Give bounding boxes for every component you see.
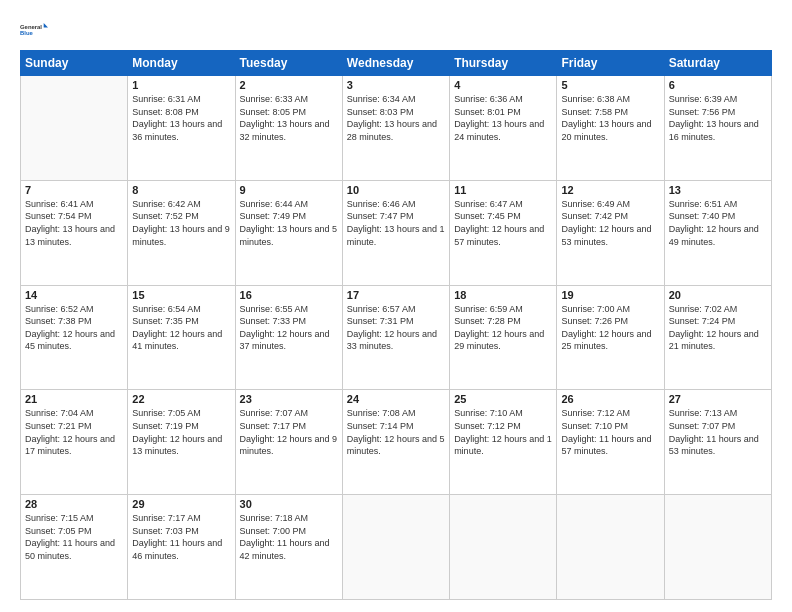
calendar-cell: 14Sunrise: 6:52 AMSunset: 7:38 PMDayligh… (21, 285, 128, 390)
calendar-cell: 30Sunrise: 7:18 AMSunset: 7:00 PMDayligh… (235, 495, 342, 600)
calendar-cell: 19Sunrise: 7:00 AMSunset: 7:26 PMDayligh… (557, 285, 664, 390)
calendar-cell: 28Sunrise: 7:15 AMSunset: 7:05 PMDayligh… (21, 495, 128, 600)
calendar-cell: 26Sunrise: 7:12 AMSunset: 7:10 PMDayligh… (557, 390, 664, 495)
logo-icon: General Blue (20, 18, 48, 40)
cell-info: Sunrise: 7:00 AMSunset: 7:26 PMDaylight:… (561, 303, 659, 353)
calendar-cell: 6Sunrise: 6:39 AMSunset: 7:56 PMDaylight… (664, 76, 771, 181)
calendar-cell: 15Sunrise: 6:54 AMSunset: 7:35 PMDayligh… (128, 285, 235, 390)
calendar-cell (342, 495, 449, 600)
cell-info: Sunrise: 6:41 AMSunset: 7:54 PMDaylight:… (25, 198, 123, 248)
calendar-cell: 8Sunrise: 6:42 AMSunset: 7:52 PMDaylight… (128, 180, 235, 285)
weekday-header-tuesday: Tuesday (235, 51, 342, 76)
cell-info: Sunrise: 6:49 AMSunset: 7:42 PMDaylight:… (561, 198, 659, 248)
logo: General Blue (20, 18, 48, 40)
day-number: 14 (25, 289, 123, 301)
cell-info: Sunrise: 6:59 AMSunset: 7:28 PMDaylight:… (454, 303, 552, 353)
weekday-header-saturday: Saturday (664, 51, 771, 76)
calendar-week-row: 28Sunrise: 7:15 AMSunset: 7:05 PMDayligh… (21, 495, 772, 600)
calendar-cell: 27Sunrise: 7:13 AMSunset: 7:07 PMDayligh… (664, 390, 771, 495)
calendar-week-row: 7Sunrise: 6:41 AMSunset: 7:54 PMDaylight… (21, 180, 772, 285)
day-number: 4 (454, 79, 552, 91)
calendar-cell: 16Sunrise: 6:55 AMSunset: 7:33 PMDayligh… (235, 285, 342, 390)
day-number: 25 (454, 393, 552, 405)
cell-info: Sunrise: 7:12 AMSunset: 7:10 PMDaylight:… (561, 407, 659, 457)
calendar-cell: 5Sunrise: 6:38 AMSunset: 7:58 PMDaylight… (557, 76, 664, 181)
calendar-cell (21, 76, 128, 181)
weekday-header-thursday: Thursday (450, 51, 557, 76)
weekday-header-wednesday: Wednesday (342, 51, 449, 76)
day-number: 15 (132, 289, 230, 301)
cell-info: Sunrise: 7:07 AMSunset: 7:17 PMDaylight:… (240, 407, 338, 457)
cell-info: Sunrise: 7:13 AMSunset: 7:07 PMDaylight:… (669, 407, 767, 457)
calendar-cell: 13Sunrise: 6:51 AMSunset: 7:40 PMDayligh… (664, 180, 771, 285)
day-number: 22 (132, 393, 230, 405)
day-number: 28 (25, 498, 123, 510)
day-number: 24 (347, 393, 445, 405)
day-number: 8 (132, 184, 230, 196)
cell-info: Sunrise: 6:42 AMSunset: 7:52 PMDaylight:… (132, 198, 230, 248)
cell-info: Sunrise: 6:34 AMSunset: 8:03 PMDaylight:… (347, 93, 445, 143)
day-number: 5 (561, 79, 659, 91)
calendar-cell: 11Sunrise: 6:47 AMSunset: 7:45 PMDayligh… (450, 180, 557, 285)
weekday-header-row: SundayMondayTuesdayWednesdayThursdayFrid… (21, 51, 772, 76)
calendar-cell: 24Sunrise: 7:08 AMSunset: 7:14 PMDayligh… (342, 390, 449, 495)
day-number: 13 (669, 184, 767, 196)
calendar-cell (557, 495, 664, 600)
cell-info: Sunrise: 6:52 AMSunset: 7:38 PMDaylight:… (25, 303, 123, 353)
calendar-cell: 7Sunrise: 6:41 AMSunset: 7:54 PMDaylight… (21, 180, 128, 285)
cell-info: Sunrise: 7:10 AMSunset: 7:12 PMDaylight:… (454, 407, 552, 457)
calendar-header: SundayMondayTuesdayWednesdayThursdayFrid… (21, 51, 772, 76)
calendar-table: SundayMondayTuesdayWednesdayThursdayFrid… (20, 50, 772, 600)
day-number: 26 (561, 393, 659, 405)
cell-info: Sunrise: 6:55 AMSunset: 7:33 PMDaylight:… (240, 303, 338, 353)
cell-info: Sunrise: 7:02 AMSunset: 7:24 PMDaylight:… (669, 303, 767, 353)
calendar-cell: 2Sunrise: 6:33 AMSunset: 8:05 PMDaylight… (235, 76, 342, 181)
calendar-cell: 17Sunrise: 6:57 AMSunset: 7:31 PMDayligh… (342, 285, 449, 390)
calendar-cell: 3Sunrise: 6:34 AMSunset: 8:03 PMDaylight… (342, 76, 449, 181)
day-number: 30 (240, 498, 338, 510)
calendar-cell: 4Sunrise: 6:36 AMSunset: 8:01 PMDaylight… (450, 76, 557, 181)
calendar-cell (450, 495, 557, 600)
day-number: 1 (132, 79, 230, 91)
day-number: 27 (669, 393, 767, 405)
calendar-cell: 12Sunrise: 6:49 AMSunset: 7:42 PMDayligh… (557, 180, 664, 285)
calendar-cell: 20Sunrise: 7:02 AMSunset: 7:24 PMDayligh… (664, 285, 771, 390)
cell-info: Sunrise: 7:05 AMSunset: 7:19 PMDaylight:… (132, 407, 230, 457)
cell-info: Sunrise: 6:31 AMSunset: 8:08 PMDaylight:… (132, 93, 230, 143)
cell-info: Sunrise: 6:33 AMSunset: 8:05 PMDaylight:… (240, 93, 338, 143)
cell-info: Sunrise: 6:39 AMSunset: 7:56 PMDaylight:… (669, 93, 767, 143)
calendar-week-row: 21Sunrise: 7:04 AMSunset: 7:21 PMDayligh… (21, 390, 772, 495)
cell-info: Sunrise: 7:18 AMSunset: 7:00 PMDaylight:… (240, 512, 338, 562)
weekday-header-sunday: Sunday (21, 51, 128, 76)
calendar-cell: 9Sunrise: 6:44 AMSunset: 7:49 PMDaylight… (235, 180, 342, 285)
day-number: 2 (240, 79, 338, 91)
calendar-cell: 1Sunrise: 6:31 AMSunset: 8:08 PMDaylight… (128, 76, 235, 181)
weekday-header-monday: Monday (128, 51, 235, 76)
day-number: 10 (347, 184, 445, 196)
svg-text:Blue: Blue (20, 30, 34, 36)
header: General Blue (20, 18, 772, 40)
day-number: 11 (454, 184, 552, 196)
day-number: 16 (240, 289, 338, 301)
day-number: 19 (561, 289, 659, 301)
cell-info: Sunrise: 6:38 AMSunset: 7:58 PMDaylight:… (561, 93, 659, 143)
calendar-week-row: 1Sunrise: 6:31 AMSunset: 8:08 PMDaylight… (21, 76, 772, 181)
cell-info: Sunrise: 6:51 AMSunset: 7:40 PMDaylight:… (669, 198, 767, 248)
cell-info: Sunrise: 7:17 AMSunset: 7:03 PMDaylight:… (132, 512, 230, 562)
calendar-body: 1Sunrise: 6:31 AMSunset: 8:08 PMDaylight… (21, 76, 772, 600)
calendar-cell: 25Sunrise: 7:10 AMSunset: 7:12 PMDayligh… (450, 390, 557, 495)
calendar-cell: 21Sunrise: 7:04 AMSunset: 7:21 PMDayligh… (21, 390, 128, 495)
svg-text:General: General (20, 24, 42, 30)
calendar-cell: 29Sunrise: 7:17 AMSunset: 7:03 PMDayligh… (128, 495, 235, 600)
weekday-header-friday: Friday (557, 51, 664, 76)
svg-marker-2 (44, 23, 48, 27)
page: General Blue SundayMondayTuesdayWednesda… (0, 0, 792, 612)
day-number: 21 (25, 393, 123, 405)
cell-info: Sunrise: 7:15 AMSunset: 7:05 PMDaylight:… (25, 512, 123, 562)
day-number: 9 (240, 184, 338, 196)
cell-info: Sunrise: 6:36 AMSunset: 8:01 PMDaylight:… (454, 93, 552, 143)
cell-info: Sunrise: 6:57 AMSunset: 7:31 PMDaylight:… (347, 303, 445, 353)
day-number: 18 (454, 289, 552, 301)
cell-info: Sunrise: 6:47 AMSunset: 7:45 PMDaylight:… (454, 198, 552, 248)
calendar-cell: 10Sunrise: 6:46 AMSunset: 7:47 PMDayligh… (342, 180, 449, 285)
